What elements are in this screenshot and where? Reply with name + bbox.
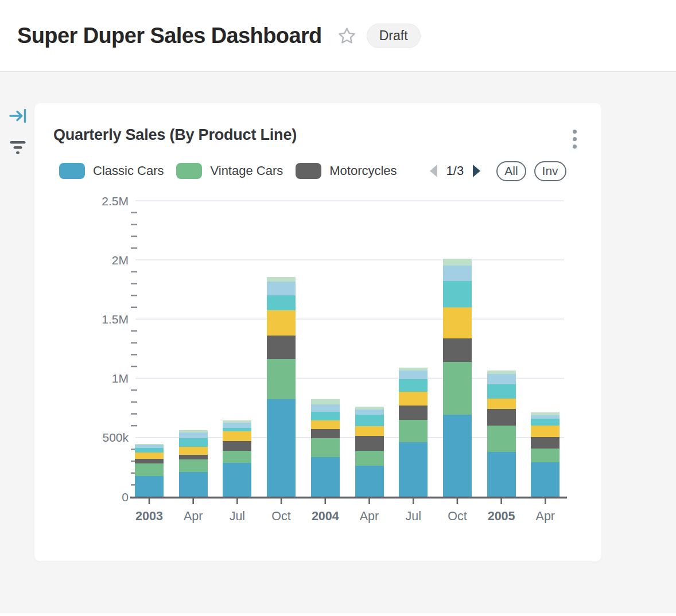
bar-segment[interactable]	[223, 431, 251, 441]
bar-segment[interactable]	[311, 438, 340, 457]
legend-label: Vintage Cars	[210, 163, 283, 178]
kebab-icon	[573, 145, 577, 149]
chart-canvas: 0500k1M1.5M2M2.5M2003AprJulOct2004AprJul…	[86, 190, 591, 535]
bar-segment[interactable]	[267, 295, 296, 310]
bar-segment[interactable]	[311, 412, 340, 420]
bar-segment[interactable]	[223, 420, 251, 423]
bar-segment[interactable]	[355, 407, 384, 409]
bar-segment[interactable]	[179, 432, 208, 439]
bar-segment[interactable]	[267, 336, 296, 359]
bar-segment[interactable]	[223, 423, 251, 428]
bar-segment[interactable]	[443, 281, 472, 307]
bar-segment[interactable]	[267, 399, 296, 497]
bar-segment[interactable]	[531, 412, 560, 415]
bar-segment[interactable]	[531, 449, 560, 462]
bar-segment[interactable]	[443, 415, 472, 497]
stacked-bar-chart: 0500k1M1.5M2M2.5M2003AprJulOct2004AprJul…	[86, 190, 591, 535]
bar-segment[interactable]	[399, 420, 428, 442]
arrow-to-line-icon	[9, 108, 28, 124]
page-bottom-strip	[0, 613, 676, 616]
legend-next-button[interactable]	[471, 163, 482, 178]
bar-segment[interactable]	[399, 392, 428, 406]
bar-segment[interactable]	[355, 451, 384, 465]
legend-label: Motorcycles	[329, 163, 397, 178]
bar-segment[interactable]	[179, 438, 208, 446]
y-axis-tick-label: 2M	[112, 254, 129, 267]
bar-segment[interactable]	[355, 410, 384, 415]
bar-segment[interactable]	[223, 463, 251, 497]
bar-segment[interactable]	[399, 406, 428, 420]
legend-item[interactable]: Motorcycles	[296, 163, 397, 179]
y-axis-tick-label: 1M	[112, 372, 129, 385]
chart-card: Quarterly Sales (By Product Line) Classi…	[34, 103, 601, 562]
bar-segment[interactable]	[443, 362, 472, 414]
x-axis-label: Jul	[405, 509, 421, 523]
bar-segment[interactable]	[531, 419, 560, 426]
bar-segment[interactable]	[487, 409, 516, 425]
legend-all-button[interactable]: All	[496, 161, 526, 181]
card-menu-button[interactable]	[567, 127, 582, 150]
y-axis-tick-label: 1.5M	[102, 313, 129, 326]
bar-segment[interactable]	[135, 444, 164, 445]
bar-segment[interactable]	[399, 379, 428, 391]
bar-segment[interactable]	[311, 404, 340, 412]
bar-segment[interactable]	[355, 415, 384, 426]
bar-segment[interactable]	[399, 442, 428, 497]
bar-segment[interactable]	[223, 428, 251, 431]
page-title: Super Duper Sales Dashboard	[17, 24, 322, 48]
bar-segment[interactable]	[355, 426, 384, 436]
bar-segment[interactable]	[135, 448, 164, 453]
bar-segment[interactable]	[223, 451, 251, 463]
bar-segment[interactable]	[487, 384, 516, 399]
bar-segment[interactable]	[179, 430, 208, 432]
bar-segment[interactable]	[267, 282, 296, 295]
bar-segment[interactable]	[399, 368, 428, 371]
bar-segment[interactable]	[487, 426, 516, 452]
bar-segment[interactable]	[531, 462, 560, 497]
favorite-star-button[interactable]	[337, 26, 357, 45]
bar-segment[interactable]	[179, 447, 208, 455]
bar-segment[interactable]	[223, 441, 251, 451]
bar-segment[interactable]	[487, 371, 516, 375]
bar-segment[interactable]	[179, 459, 208, 471]
bar-segment[interactable]	[355, 466, 384, 497]
bar-segment[interactable]	[487, 452, 516, 497]
bar-segment[interactable]	[135, 453, 164, 459]
bar-segment[interactable]	[311, 420, 340, 429]
legend-items: Classic CarsVintage CarsMotorcycles	[59, 163, 410, 179]
bar-segment[interactable]	[311, 399, 340, 404]
bar-segment[interactable]	[135, 459, 164, 463]
bar-segment[interactable]	[399, 371, 428, 379]
legend-invert-button[interactable]: Inv	[534, 161, 566, 181]
bar-segment[interactable]	[531, 415, 560, 419]
bar-segment[interactable]	[267, 277, 296, 282]
chevron-right-icon	[471, 163, 482, 178]
bar-segment[interactable]	[443, 307, 472, 338]
bar-segment[interactable]	[443, 338, 472, 362]
bar-segment[interactable]	[135, 476, 164, 497]
bar-segment[interactable]	[443, 266, 472, 280]
legend-swatch	[176, 163, 202, 179]
bar-segment[interactable]	[179, 455, 208, 459]
bar-segment[interactable]	[487, 399, 516, 409]
expand-panel-button[interactable]	[9, 108, 28, 126]
bar-segment[interactable]	[443, 259, 472, 266]
bar-segment[interactable]	[531, 437, 560, 449]
bar-segment[interactable]	[267, 359, 296, 399]
x-axis-label: Apr	[536, 509, 555, 523]
bar-segment[interactable]	[531, 426, 560, 437]
bar-segment[interactable]	[311, 457, 340, 497]
bar-segment[interactable]	[267, 310, 296, 336]
filter-button[interactable]	[9, 140, 26, 158]
bar-segment[interactable]	[179, 472, 208, 497]
status-badge[interactable]: Draft	[367, 24, 421, 48]
bar-segment[interactable]	[135, 463, 164, 476]
star-icon	[337, 26, 356, 45]
legend-item[interactable]: Classic Cars	[59, 163, 164, 179]
legend-item[interactable]: Vintage Cars	[176, 163, 283, 179]
legend-prev-button[interactable]	[428, 163, 439, 178]
bar-segment[interactable]	[135, 445, 164, 447]
bar-segment[interactable]	[355, 436, 384, 451]
bar-segment[interactable]	[487, 374, 516, 384]
bar-segment[interactable]	[311, 429, 340, 439]
